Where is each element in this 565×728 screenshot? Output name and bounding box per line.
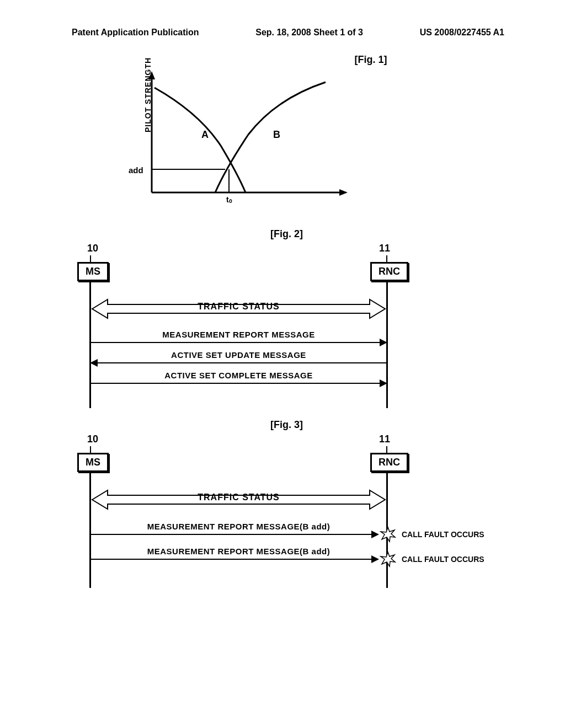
header-right: US 2008/0227455 A1	[420, 28, 504, 38]
traffic-status-arrow: TRAFFIC STATUS	[91, 486, 386, 516]
msg1-line	[91, 342, 386, 343]
rnc-box: RNC	[370, 262, 408, 281]
msg1-text: MEASUREMENT REPORT MESSAGE(B add)	[91, 522, 386, 531]
msg1-line	[91, 534, 378, 535]
fig3-left-num: 10	[87, 433, 98, 445]
curve-b-label: B	[273, 129, 280, 141]
msg2-line	[91, 559, 378, 560]
add-label: add	[129, 165, 143, 175]
msg1-text: MEASUREMENT REPORT MESSAGE	[91, 330, 386, 339]
fig2-right-num: 11	[379, 243, 390, 254]
tick	[386, 446, 387, 453]
y-axis-label: PILOT STRENGTH	[143, 57, 152, 132]
msg3-text: ACTIVE SET COMPLETE MESSAGE	[91, 371, 386, 380]
msg2-text: MEASUREMENT REPORT MESSAGE(B add)	[91, 547, 386, 556]
page-header: Patent Application Publication Sep. 18, …	[0, 0, 565, 43]
fig2-diagram: 10 11 MS RNC TRAFFIC STATUS MEASUREMENT …	[72, 243, 486, 408]
fig3-diagram: 10 11 MS RNC TRAFFIC STATUS MEASUREMENT …	[72, 433, 486, 588]
t0-label: t₀	[226, 195, 232, 204]
fault2-text: CALL FAULT OCCURS	[402, 555, 484, 564]
traffic-text: TRAFFIC STATUS	[91, 302, 386, 312]
ms-box: MS	[77, 262, 109, 281]
tick	[386, 255, 387, 262]
msg2-text: ACTIVE SET UPDATE MESSAGE	[91, 350, 386, 360]
traffic-text: TRAFFIC STATUS	[91, 493, 386, 502]
fig2-left-num: 10	[87, 243, 98, 254]
fault-star-icon	[380, 526, 396, 543]
fig3-label: [Fig. 3]	[72, 419, 493, 431]
header-center: Sep. 18, 2008 Sheet 1 of 3	[255, 28, 363, 38]
tick	[90, 255, 91, 262]
header-left: Patent Application Publication	[72, 28, 199, 38]
fig1-label: [Fig. 1]	[72, 54, 493, 66]
rnc-box: RNC	[370, 453, 408, 472]
tick	[90, 446, 91, 453]
msg2-line	[91, 362, 386, 363]
fig1-graph: PILOT STRENGTH add A B t₀	[121, 68, 353, 217]
fault-star-icon	[380, 551, 396, 568]
svg-marker-6	[381, 527, 395, 542]
figures-container: [Fig. 1] PILOT STRENGTH add A B t₀ [Fig.…	[0, 43, 565, 588]
msg3-line	[91, 383, 386, 384]
ms-box: MS	[77, 453, 109, 472]
svg-marker-7	[381, 552, 395, 566]
fig3-right-num: 11	[379, 433, 390, 445]
fault1-text: CALL FAULT OCCURS	[402, 530, 484, 539]
traffic-status-arrow: TRAFFIC STATUS	[91, 295, 386, 325]
curve-a-label: A	[201, 129, 209, 141]
svg-marker-3	[339, 189, 348, 196]
fig1-svg	[121, 68, 353, 212]
fig2-label: [Fig. 2]	[72, 228, 493, 240]
